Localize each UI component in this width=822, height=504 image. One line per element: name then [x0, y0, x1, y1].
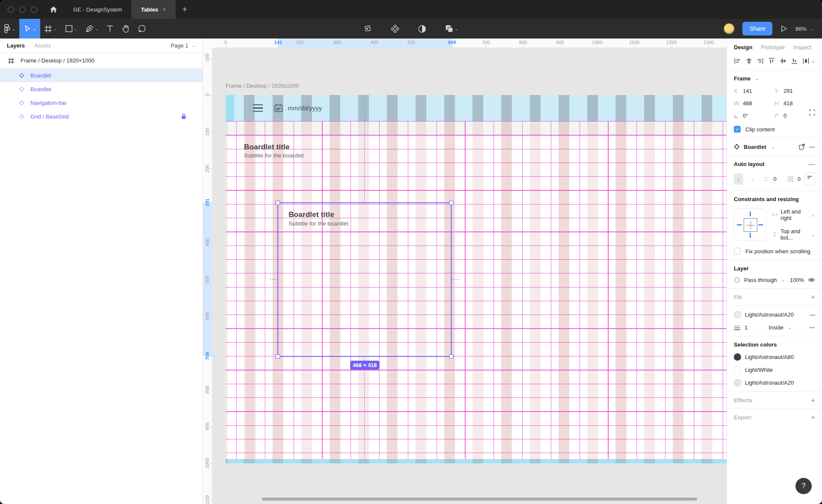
tab-assets[interactable]: Assets: [34, 42, 51, 49]
independent-corners-icon[interactable]: [809, 110, 815, 116]
figma-menu-button[interactable]: ⌄: [0, 19, 19, 39]
minimize-window-icon[interactable]: [19, 6, 26, 13]
hamburger-menu-icon[interactable]: [253, 104, 263, 112]
home-button[interactable]: [43, 0, 64, 19]
tab-layers[interactable]: Layers: [7, 42, 25, 49]
item-spacing-value[interactable]: 0: [773, 176, 776, 182]
layer-row-boardlet-2[interactable]: Boardlet: [0, 82, 203, 96]
add-export-icon[interactable]: +: [811, 413, 815, 422]
horizontal-constraint-select[interactable]: Left and right ⌄: [772, 208, 815, 221]
align-horizontal-center-icon[interactable]: [745, 57, 753, 65]
layout-direction-horizontal-button[interactable]: →: [747, 173, 756, 185]
color-swatch[interactable]: [734, 366, 741, 374]
align-right-icon[interactable]: [756, 57, 764, 65]
vertical-constraint-select[interactable]: Top and bot... ⌄: [772, 228, 815, 241]
clip-content-checkbox[interactable]: ✓: [734, 126, 741, 133]
component-tool-button[interactable]: [387, 19, 403, 39]
add-effect-icon[interactable]: +: [811, 396, 815, 405]
selection-box-boardlet[interactable]: Boardlet title Subtitle for the boardlet: [277, 202, 452, 357]
frame-tool-button[interactable]: ⌄: [40, 19, 61, 39]
blend-mode-select[interactable]: Pass through ⌄: [744, 277, 785, 283]
color-swatch[interactable]: [734, 353, 741, 361]
align-left-icon[interactable]: [734, 57, 741, 65]
tab-prototype[interactable]: Prototype: [761, 44, 785, 50]
layer-row-boardlet-1[interactable]: Boardlet: [0, 68, 203, 82]
stroke-color-name[interactable]: Light/Astronaut/A20: [745, 311, 794, 318]
selection-color-row[interactable]: Light/White: [734, 366, 815, 374]
lock-icon[interactable]: [181, 113, 186, 119]
horizontal-ruler[interactable]: 0 141 200 300 400 500 609 700 800 900 10…: [203, 39, 727, 48]
navigation-bar[interactable]: mm/dd/yyyy: [226, 95, 727, 121]
maximize-window-icon[interactable]: [31, 6, 37, 13]
alignment-thumbnail-button[interactable]: [804, 172, 815, 185]
window-controls[interactable]: [0, 0, 43, 19]
opacity-value[interactable]: 100%: [790, 277, 804, 283]
reset-instance-button[interactable]: [360, 19, 376, 39]
stroke-more-icon[interactable]: ⋯: [809, 324, 815, 331]
swap-instance-icon[interactable]: [798, 143, 805, 150]
close-tab-icon[interactable]: ×: [162, 6, 166, 13]
chevron-down-icon[interactable]: ⌄: [74, 26, 77, 32]
horizontal-scrollbar[interactable]: [262, 498, 697, 501]
date-picker[interactable]: mm/dd/yyyy: [274, 104, 322, 113]
stroke-color-swatch[interactable]: [734, 311, 741, 318]
y-position-field[interactable]: Y291: [774, 88, 815, 94]
selection-color-row[interactable]: Light/Astronaut/A80: [734, 353, 815, 361]
stroke-weight-value[interactable]: 1: [745, 324, 748, 331]
resize-handle-se[interactable]: [449, 354, 453, 359]
rotation-field[interactable]: 0°: [734, 113, 774, 119]
padding-value[interactable]: 0: [798, 176, 801, 182]
add-fill-icon[interactable]: +: [811, 293, 815, 302]
text-tool-button[interactable]: [102, 19, 118, 39]
fix-position-checkbox[interactable]: [734, 248, 741, 255]
layer-row-frame[interactable]: Frame / Desktop / 1920×1000: [0, 53, 203, 68]
color-swatch[interactable]: [734, 379, 741, 386]
page-selector[interactable]: Page 1 ⌄: [171, 42, 196, 49]
move-tool-button[interactable]: ⌄: [19, 19, 40, 39]
selection-color-row[interactable]: Light/Astronaut/A20: [734, 379, 815, 386]
mask-tool-button[interactable]: [414, 19, 430, 39]
close-window-icon[interactable]: [8, 6, 14, 13]
resize-handle-nw[interactable]: [276, 201, 280, 205]
instance-more-icon[interactable]: ⋯: [809, 144, 815, 150]
shape-tool-button[interactable]: ⌄: [61, 19, 81, 39]
width-field[interactable]: W468: [734, 100, 774, 107]
clip-content-row[interactable]: ✓ Clip content: [734, 126, 815, 133]
chevron-down-icon[interactable]: ⌄: [454, 26, 458, 32]
share-button[interactable]: Share: [742, 22, 772, 36]
distribute-menu-icon[interactable]: ⌄: [802, 57, 815, 65]
chevron-down-icon[interactable]: ⌄: [53, 26, 57, 32]
resize-handle-sw[interactable]: [276, 354, 280, 359]
fix-position-row[interactable]: Fix position when scrolling: [734, 248, 815, 255]
new-tab-button[interactable]: +: [176, 0, 194, 19]
resize-handle-ne[interactable]: [449, 201, 453, 205]
height-field[interactable]: H418: [774, 100, 815, 107]
x-position-field[interactable]: X141: [734, 88, 774, 94]
help-button[interactable]: ?: [795, 478, 812, 494]
frame-section-title[interactable]: Frame: [734, 75, 751, 82]
tab-inspect[interactable]: Inspect: [793, 44, 811, 50]
remove-auto-layout-icon[interactable]: —: [808, 160, 815, 169]
chevron-down-icon[interactable]: ⌄: [33, 26, 36, 32]
chevron-down-icon[interactable]: ⌄: [755, 76, 759, 81]
align-bottom-icon[interactable]: [791, 57, 798, 65]
instance-name[interactable]: Boardlet: [744, 144, 766, 150]
layout-direction-vertical-button[interactable]: ↓: [734, 173, 743, 185]
chevron-down-icon[interactable]: ⌄: [95, 26, 98, 32]
align-vertical-center-icon[interactable]: [780, 57, 787, 65]
present-button[interactable]: [780, 25, 788, 33]
tab-design[interactable]: Design: [734, 44, 752, 50]
hand-tool-button[interactable]: [118, 19, 134, 39]
file-tab-tables[interactable]: Tables ×: [131, 0, 175, 19]
stroke-align-select[interactable]: Inside ⌄: [768, 324, 792, 331]
design-frame[interactable]: mm/dd/yyyy Boardlet title Subtitle for t…: [226, 95, 727, 463]
remove-stroke-icon[interactable]: —: [810, 311, 815, 318]
canvas[interactable]: Frame / Desktop / 1920x1000 mm/dd/yyyy B…: [203, 39, 727, 504]
boolean-group-button[interactable]: ⌄: [441, 19, 462, 39]
chevron-down-icon[interactable]: ⌄: [771, 144, 775, 150]
layer-row-grid-basegrid[interactable]: Grid / BaseGrid: [0, 110, 203, 123]
comment-tool-button[interactable]: [134, 19, 150, 39]
layer-row-navigation-bar[interactable]: Navigation-bar: [0, 96, 203, 110]
align-top-icon[interactable]: [768, 57, 775, 65]
user-avatar[interactable]: [724, 23, 735, 34]
